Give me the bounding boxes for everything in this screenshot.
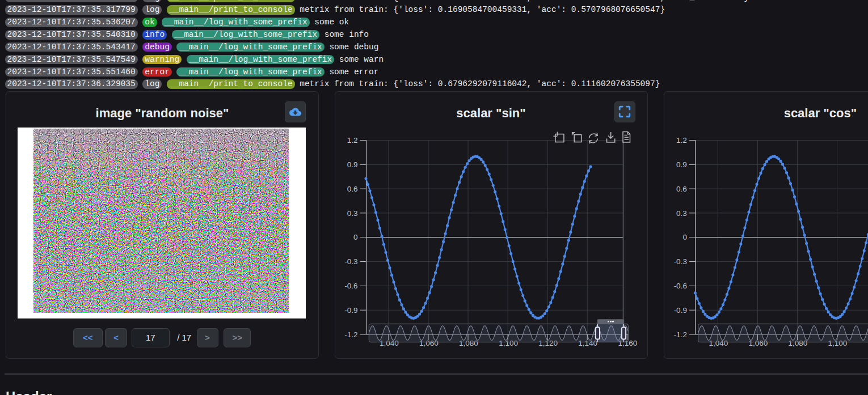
svg-text:-0.6: -0.6: [674, 282, 687, 290]
svg-text:0.9: 0.9: [347, 160, 358, 169]
svg-text:0.6: 0.6: [676, 185, 687, 193]
svg-text:-0.9: -0.9: [344, 306, 357, 315]
svg-text:-0.6: -0.6: [344, 282, 357, 290]
svg-text:1.2: 1.2: [347, 136, 358, 145]
svg-text:0: 0: [353, 233, 358, 241]
svg-text:-1.2: -1.2: [344, 330, 357, 339]
svg-text:-1.2: -1.2: [674, 330, 687, 339]
svg-text:0.3: 0.3: [676, 209, 687, 218]
svg-text:0.6: 0.6: [347, 185, 358, 193]
svg-text:-0.3: -0.3: [674, 257, 687, 266]
svg-text:-0.3: -0.3: [344, 257, 357, 266]
svg-text:-0.9: -0.9: [674, 306, 687, 315]
svg-text:1.2: 1.2: [676, 136, 687, 145]
svg-text:0.3: 0.3: [347, 209, 358, 218]
svg-text:0: 0: [682, 233, 687, 241]
svg-text:0.9: 0.9: [676, 160, 687, 169]
